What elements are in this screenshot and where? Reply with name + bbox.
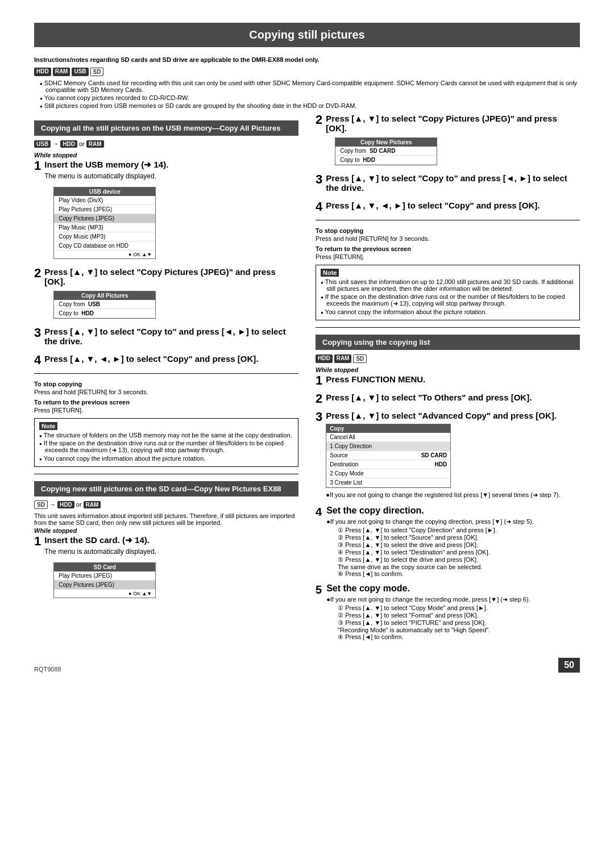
step2-copy-all: 2 Press [▲, ▼] to select "Copy Pictures … bbox=[34, 267, 298, 321]
badge-ram: RAM bbox=[53, 68, 70, 76]
cls-row-dest: Destination HDD bbox=[326, 460, 450, 469]
badge-usb-path: USB bbox=[34, 140, 51, 148]
step2-new-heading: Press [▲, ▼] to select "Copy Pictures (J… bbox=[326, 114, 580, 133]
badge-sd: SD bbox=[90, 68, 104, 76]
media-badges-top: HDD RAM USB SD bbox=[34, 68, 580, 76]
section-copy-new-header: Copying new still pictures on the SD car… bbox=[34, 481, 298, 496]
step3-list-content: Press [▲, ▼] to select "Advanced Copy" a… bbox=[326, 411, 580, 500]
return-screen-heading-all: To return to the previous screen bbox=[34, 399, 298, 406]
step1-num: 1 bbox=[34, 160, 41, 172]
sd-card-screen: SD Card Play Pictures (JPEG) Copy Pictur… bbox=[53, 562, 156, 598]
step2-new-num: 2 bbox=[316, 114, 322, 126]
badge-ram-path-2: RAM bbox=[84, 501, 101, 508]
copy-new-from-val: SD CARD bbox=[370, 148, 396, 154]
step5-copy-list: 5 Set the copy mode. ●If you are not goi… bbox=[316, 583, 580, 641]
step5-sub-4: ④ Press [◄] to confirm. bbox=[338, 633, 580, 641]
badge-hdd-list: HDD bbox=[316, 354, 333, 363]
usb-screen-title: USB device bbox=[54, 187, 155, 196]
path-or: or bbox=[79, 140, 86, 147]
copy-all-from-val: USB bbox=[88, 301, 100, 307]
copy-new-from-row: Copy from SD CARD bbox=[335, 147, 437, 156]
intro-bullet-2: You cannot copy pictures recorded to CD-… bbox=[40, 94, 580, 101]
step5-list-num: 5 bbox=[316, 583, 322, 596]
step4-list-heading: Set the copy direction. bbox=[326, 506, 580, 516]
sd-row-1: Play Pictures (JPEG) bbox=[54, 571, 155, 581]
step2-heading: Press [▲, ▼] to select "Copy Pictures (J… bbox=[44, 267, 298, 286]
step3-copy-all: 3 Press [▲, ▼] to select "Copy to" and p… bbox=[34, 327, 298, 348]
cls-direction-label: 1 Copy Direction bbox=[330, 443, 447, 449]
step5-sub-1: ① Press [▲, ▼] to select "Copy Mode" and… bbox=[338, 604, 580, 612]
copy-new-screen: Copy New Pictures Copy from SD CARD Copy… bbox=[335, 137, 437, 165]
copy-all-from-row: Copy from USB bbox=[54, 300, 155, 309]
step4-sub-4: ④ Press [▲, ▼] to select "Destination" a… bbox=[338, 549, 580, 556]
usb-screen-footer: ● OK ▲▼ bbox=[54, 251, 155, 258]
step1-list-heading: Press FUNCTION MENU. bbox=[326, 374, 580, 384]
step4-sub-6: ⑥ Press [◄] to confirm. bbox=[338, 570, 580, 578]
step5-sub-note: "Recording Mode" is automatically set to… bbox=[338, 627, 580, 633]
note-title-all: Note bbox=[39, 422, 57, 430]
step1-new-num: 1 bbox=[34, 535, 41, 548]
copy-new-from-label: Copy from bbox=[340, 148, 366, 154]
copy-all-screen-title: Copy All Pictures bbox=[54, 291, 155, 300]
step3-new-content: Press [▲, ▼] to select "Copy to" and pre… bbox=[326, 173, 580, 195]
badge-hdd-path: HDD bbox=[60, 140, 77, 148]
usb-row-3: Copy Pictures (JPEG) bbox=[54, 214, 155, 223]
step4-sub-2: ② Press [▲, ▼] to select "Source" and pr… bbox=[338, 534, 580, 541]
step2-num: 2 bbox=[34, 267, 41, 279]
cls-mode-label: 2 Copy Mode bbox=[330, 470, 447, 477]
note-box-copy-all: Note The structure of folders on the USB… bbox=[34, 418, 298, 467]
step3-new-num: 3 bbox=[316, 173, 322, 186]
step2-list-num: 2 bbox=[316, 393, 322, 405]
step5-list-note: ●If you are not going to change the reco… bbox=[326, 596, 580, 603]
step2-content: Press [▲, ▼] to select "Copy Pictures (J… bbox=[44, 267, 298, 321]
badge-hdd-path-2: HDD bbox=[57, 501, 74, 508]
note-new-2: If the space on the destination drive ru… bbox=[321, 293, 575, 307]
step3-num: 3 bbox=[34, 327, 41, 339]
step1-new-heading: Insert the SD card. (➜ 14). bbox=[44, 535, 298, 545]
step4-new-heading: Press [▲, ▼, ◄, ►] to select "Copy" and … bbox=[326, 201, 580, 210]
divider-right-2 bbox=[316, 327, 580, 328]
sd-screen-title: SD Card bbox=[54, 563, 155, 571]
step2-list-content: Press [▲, ▼] to select "To Others" and p… bbox=[326, 393, 580, 404]
cls-create-label: 3 Create List bbox=[330, 479, 447, 486]
step5-list-substeps: ① Press [▲, ▼] to select "Copy Mode" and… bbox=[338, 604, 580, 641]
step4-list-content: Set the copy direction. ●If you are not … bbox=[326, 506, 580, 578]
sd-row-2: Copy Pictures (JPEG) bbox=[54, 581, 155, 590]
badge-sd-path: SD bbox=[34, 500, 48, 509]
step1-copy-new: While stopped 1 Insert the SD card. (➜ 1… bbox=[34, 527, 298, 600]
note-new-3: You cannot copy the information about th… bbox=[321, 308, 575, 315]
step4-new-content: Press [▲, ▼, ◄, ►] to select "Copy" and … bbox=[326, 201, 580, 212]
page-footer: RQT9088 50 bbox=[34, 658, 580, 673]
cls-row-cancel: Cancel All bbox=[326, 433, 450, 442]
step4-copy-new: 4 Press [▲, ▼, ◄, ►] to select "Copy" an… bbox=[316, 201, 580, 213]
cls-title: Copy bbox=[326, 424, 450, 433]
cls-row-create: 3 Create List bbox=[326, 478, 450, 487]
step3-list-num: 3 bbox=[316, 411, 322, 423]
copy-all-to-row: Copy to HDD bbox=[54, 309, 155, 318]
page-title: Copying still pictures bbox=[34, 23, 580, 47]
stop-copy-new-text: Press and hold [RETURN] for 3 seconds. bbox=[316, 235, 580, 242]
step1-label: While stopped bbox=[34, 152, 298, 158]
badge-sd-list: SD bbox=[353, 354, 367, 363]
copy-new-to-label: Copy to bbox=[340, 157, 359, 163]
step4-list-num: 4 bbox=[316, 506, 322, 518]
step5-sub-2: ② Press [▲, ▼] to select "Format" and pr… bbox=[338, 612, 580, 619]
stop-copying-heading: To stop copying bbox=[34, 381, 298, 387]
copy-new-intro: This unit saves information about import… bbox=[34, 512, 298, 526]
step1-sub: The menu is automatically displayed. bbox=[44, 172, 298, 180]
step4-list-note: ●If you are not going to change the copy… bbox=[326, 518, 580, 525]
step2-new-content: Press [▲, ▼] to select "Copy Pictures (J… bbox=[326, 114, 580, 168]
cls-source-val: SD CARD bbox=[421, 452, 447, 458]
step3-content: Press [▲, ▼] to select "Copy to" and pre… bbox=[44, 327, 298, 348]
cls-dest-val: HDD bbox=[435, 461, 447, 468]
note-all-1: The structure of folders on the USB memo… bbox=[39, 432, 293, 439]
cls-dest-label: Destination bbox=[330, 461, 434, 468]
sd-screen-footer: ● OK ▲▼ bbox=[54, 590, 155, 598]
cls-row-source: Source SD CARD bbox=[326, 451, 450, 460]
step4-heading: Press [▲, ▼, ◄, ►] to select "Copy" and … bbox=[44, 354, 298, 364]
usb-device-screen: USB device Play Video (DivX) Play Pictur… bbox=[53, 187, 156, 259]
stop-copy-new-heading: To stop copying bbox=[316, 227, 580, 234]
cls-cancel-label: Cancel All bbox=[330, 434, 447, 440]
badge-hdd: HDD bbox=[34, 68, 51, 76]
step3-list-heading: Press [▲, ▼] to select "Advanced Copy" a… bbox=[326, 411, 580, 420]
